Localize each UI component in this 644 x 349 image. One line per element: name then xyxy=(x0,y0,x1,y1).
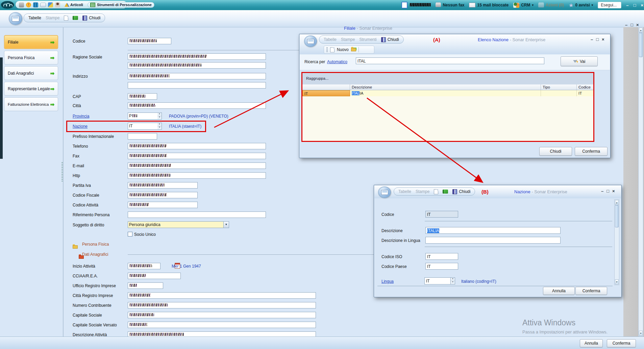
lingua-spinner[interactable]: ▴▾ xyxy=(451,277,455,284)
ricerca-mode-link[interactable]: Automatico xyxy=(327,59,347,64)
label-provincia-link[interactable]: Provincia xyxy=(73,114,89,119)
nuovo-button[interactable]: Nuovo xyxy=(337,47,349,52)
scroll-thumb[interactable] xyxy=(639,33,643,57)
cap-input[interactable] xyxy=(128,93,157,100)
mail-blocked-status[interactable]: 15 mail bloccate xyxy=(469,3,509,7)
open-folder-icon[interactable] xyxy=(351,48,356,51)
popup-a-chiudi-button[interactable]: Chiudi xyxy=(539,147,572,156)
popup-b-conferma-button[interactable]: Conferma xyxy=(575,287,607,295)
catalog-book-icon[interactable] xyxy=(443,190,448,194)
popup-b-descrizione-lingua-input[interactable] xyxy=(425,237,561,244)
popup-a-maximize-button[interactable]: □ xyxy=(596,37,599,42)
fax-input[interactable] xyxy=(128,153,266,159)
esegui-command-box[interactable]: Esegui... xyxy=(598,2,621,8)
popup-b-menu-stampe[interactable]: Stampe xyxy=(416,189,429,194)
main-minimize-button[interactable]: – xyxy=(625,22,627,27)
tab-articoli[interactable]: Articoli xyxy=(62,2,85,7)
partita-iva-input[interactable] xyxy=(128,182,198,189)
splitter-grip[interactable] xyxy=(61,162,63,182)
popup-a-menu-tabelle[interactable]: Tabelle xyxy=(324,37,337,42)
citta-registro-input[interactable] xyxy=(128,292,316,299)
menu-chiudi[interactable]: Chiudi xyxy=(82,16,100,21)
ufficio-registro-input[interactable] xyxy=(128,282,163,289)
socio-unico-checkbox[interactable] xyxy=(128,232,132,236)
prefisso-input[interactable] xyxy=(128,133,157,140)
taskbar-close-button[interactable]: × xyxy=(641,3,643,8)
sidebar-item-dati-anagrafici[interactable]: Dati Anagrafici ⇒ xyxy=(4,66,58,80)
persona-fisica-folder-icon[interactable] xyxy=(73,245,78,249)
codice-input[interactable] xyxy=(128,38,171,44)
new-document-icon[interactable] xyxy=(64,16,68,21)
popup-b-scrollbar[interactable]: ▲ ▼ xyxy=(614,199,619,285)
scroll-down-arrow[interactable]: ▼ xyxy=(639,331,643,336)
indirizzo-input-1[interactable] xyxy=(128,73,266,79)
hand-icon[interactable] xyxy=(19,2,24,7)
codice-fiscale-input[interactable] xyxy=(128,192,198,198)
footer-conferma-button[interactable]: Conferma xyxy=(607,339,636,347)
telefono-input[interactable] xyxy=(128,143,266,149)
popup-b-codice-paese-input[interactable]: IT xyxy=(425,263,458,270)
soggetto-diritto-select[interactable]: Persona giuridica xyxy=(128,221,224,228)
popup-a-close-button[interactable]: × xyxy=(602,37,604,42)
popup-a-conferma-button[interactable]: Conferma xyxy=(575,147,608,156)
sidebar-splitter[interactable] xyxy=(63,27,64,336)
sidebar-item-fatturazione-elettronica[interactable]: Fatturazione Elettronica ⇒ xyxy=(4,97,58,111)
menu-tabelle[interactable]: Tabelle xyxy=(28,16,41,20)
provincia-spinner[interactable]: ▴▾ xyxy=(157,113,162,120)
alert-icon[interactable]: ! xyxy=(26,2,31,7)
user-session-item[interactable] xyxy=(401,2,431,8)
soggetto-dropdown-button[interactable]: ▼ xyxy=(223,221,229,228)
popup-b-codice-input[interactable]: IT xyxy=(425,211,458,218)
indirizzo-input-2[interactable] xyxy=(128,82,266,89)
sidebar-item-filiale[interactable]: Filiale ⇒ xyxy=(4,35,58,49)
avvisi-status[interactable]: ★ 0 avvisi ▾ xyxy=(569,2,593,8)
popup-b-maximize-button[interactable]: □ xyxy=(606,189,609,194)
user-icon[interactable] xyxy=(55,2,60,7)
fax-status[interactable]: Nessun fax xyxy=(436,3,464,7)
popup-b-minimize-button[interactable]: – xyxy=(601,189,603,194)
popup-b-descrizione-input[interactable]: ITALIA xyxy=(425,227,561,234)
azioni-status[interactable]: Azioni (0) xyxy=(538,3,564,7)
ragione-sociale-input-2[interactable] xyxy=(128,62,266,69)
app-logo-icon[interactable] xyxy=(1,1,14,8)
ricerca-input[interactable]: ITAL xyxy=(356,57,544,64)
riferimento-persona-input[interactable] xyxy=(128,211,266,218)
main-maximize-button[interactable]: □ xyxy=(630,22,633,27)
inizio-attivita-input[interactable] xyxy=(128,263,160,269)
popup-b-menu-tabelle[interactable]: Tabelle xyxy=(398,189,411,194)
popup-a-minimize-button[interactable]: – xyxy=(591,37,593,42)
popup-b-close-button[interactable]: × xyxy=(612,189,615,194)
email-input[interactable] xyxy=(128,163,266,169)
popup-b-scroll-down[interactable]: ▼ xyxy=(615,279,619,284)
main-close-button[interactable]: × xyxy=(636,22,639,27)
taskbar-maximize-button[interactable]: □ xyxy=(634,3,636,8)
popup-b-annulla-button[interactable]: Annulla xyxy=(543,287,575,295)
catalog-book-icon[interactable] xyxy=(73,16,78,20)
sidebar-item-persona-fisica[interactable]: Persona Fisica ⇒ xyxy=(4,51,58,65)
vai-button[interactable]: ϟ Vai xyxy=(561,56,598,66)
tab-strumenti-personalizzazione[interactable]: Strumenti di Personalizzazione xyxy=(88,2,154,8)
descrizione-attivita-input[interactable] xyxy=(128,331,316,337)
menu-stampe[interactable]: Stampe xyxy=(46,16,59,20)
citta-input[interactable] xyxy=(128,102,266,109)
taskbar-chevron-icon[interactable]: ▾ xyxy=(129,2,131,6)
capitale-sociale-input[interactable] xyxy=(128,312,316,318)
popup-b-lingua-input[interactable]: IT xyxy=(424,277,451,284)
toolbar-grip[interactable] xyxy=(326,47,328,52)
new-document-icon[interactable] xyxy=(434,189,438,194)
scroll-up-arrow[interactable]: ▲ xyxy=(639,28,643,33)
popup-b-menu-chiudi[interactable]: Chiudi xyxy=(452,189,470,194)
map-search-icon[interactable] xyxy=(48,2,53,7)
popup-b-label-lingua-link[interactable]: Lingua xyxy=(381,279,394,284)
provincia-input[interactable]: P xyxy=(128,113,158,120)
pause-icon[interactable] xyxy=(33,2,38,7)
popup-a-menu-strumenti[interactable]: Strumenti xyxy=(359,37,376,42)
capitale-sociale-versato-input[interactable] xyxy=(128,322,316,328)
mail-icon[interactable] xyxy=(40,3,46,7)
sidebar-item-rappresentante-legale[interactable]: Rappresentante Legale ⇒ xyxy=(4,82,58,96)
popup-b-scroll-thumb[interactable] xyxy=(615,205,619,227)
popup-a-menu-stampe[interactable]: Stampe xyxy=(341,37,355,42)
cciaa-input[interactable] xyxy=(128,273,181,279)
main-vertical-scrollbar[interactable]: ▲ ▼ xyxy=(638,27,643,336)
popup-b-scroll-up[interactable]: ▲ xyxy=(615,200,619,205)
